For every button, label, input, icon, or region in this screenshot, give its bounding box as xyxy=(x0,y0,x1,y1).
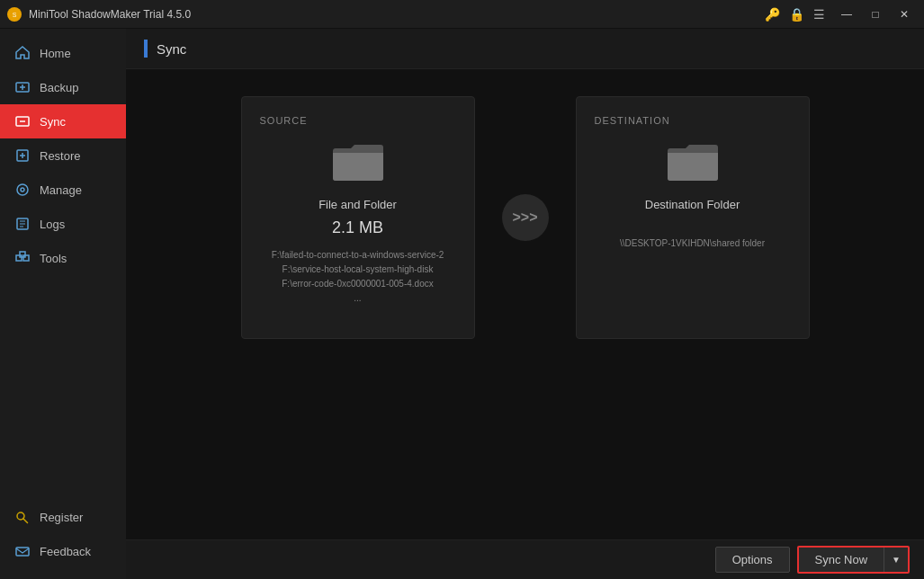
sidebar-item-feedback[interactable]: Feedback xyxy=(0,534,126,568)
source-file-1: F:\failed-to-connect-to-a-windows-servic… xyxy=(272,250,444,260)
sidebar: Home Backup Sync xyxy=(0,29,126,579)
bottom-bar: Options Sync Now ▼ xyxy=(126,539,924,579)
sync-icon xyxy=(14,113,31,129)
sidebar-label-feedback: Feedback xyxy=(40,545,91,558)
sidebar-item-logs[interactable]: Logs xyxy=(0,207,126,241)
source-folder-icon xyxy=(331,140,385,185)
restore-icon xyxy=(14,147,31,164)
home-icon xyxy=(14,45,31,61)
arrow-icon: >>> xyxy=(512,209,537,226)
sidebar-item-manage[interactable]: Manage xyxy=(0,173,126,207)
sidebar-label-backup: Backup xyxy=(40,81,78,94)
destination-folder-icon xyxy=(666,140,720,185)
maximize-button[interactable]: □ xyxy=(863,4,888,24)
options-button[interactable]: Options xyxy=(715,547,790,573)
sidebar-label-logs: Logs xyxy=(40,218,65,231)
minimize-button[interactable]: — xyxy=(834,4,859,24)
source-label: File and Folder xyxy=(318,198,397,211)
destination-panel[interactable]: DESTINATION Destination Folder \\DESKTOP… xyxy=(576,96,810,339)
source-file-ellipsis: ... xyxy=(354,293,361,303)
close-button[interactable]: ✕ xyxy=(892,4,917,24)
svg-text:S: S xyxy=(13,12,17,18)
sidebar-label-home: Home xyxy=(40,47,71,60)
title-bar: S MiniTool ShadowMaker Trial 4.5.0 🔑 🔒 ☰… xyxy=(0,0,924,29)
menu-icon: ☰ xyxy=(813,7,825,22)
sidebar-item-sync[interactable]: Sync xyxy=(0,104,126,138)
page-title: Sync xyxy=(157,41,186,57)
destination-path: \\DESKTOP-1VKIHDN\shared folder xyxy=(620,236,765,251)
app-title: MiniTool ShadowMaker Trial 4.5.0 xyxy=(29,8,191,21)
source-files: F:\failed-to-connect-to-a-windows-servic… xyxy=(272,248,444,306)
sidebar-item-register[interactable]: Register xyxy=(0,500,126,534)
logs-icon xyxy=(14,216,31,232)
content-area: Sync SOURCE File and Folder 2.1 MB xyxy=(126,29,924,579)
app-icon: S xyxy=(7,7,22,22)
feedback-email-icon xyxy=(14,543,31,559)
svg-rect-9 xyxy=(23,255,29,261)
sidebar-label-tools: Tools xyxy=(40,252,67,265)
svg-rect-10 xyxy=(20,252,25,257)
tools-icon xyxy=(14,250,31,266)
sync-now-dropdown-button[interactable]: ▼ xyxy=(884,548,908,572)
backup-icon xyxy=(14,79,31,95)
sidebar-label-restore: Restore xyxy=(40,149,81,163)
source-file-3: F:\error-code-0xc0000001-005-4.docx xyxy=(282,279,433,289)
svg-point-5 xyxy=(17,184,28,195)
sync-now-wrapper: Sync Now ▼ xyxy=(797,546,910,574)
sidebar-item-tools[interactable]: Tools xyxy=(0,241,126,275)
sync-arrow-button[interactable]: >>> xyxy=(502,194,549,241)
sidebar-label-register: Register xyxy=(40,511,83,524)
source-file-2: F:\service-host-local-system-high-disk xyxy=(283,264,434,274)
title-bar-controls[interactable]: — □ ✕ xyxy=(834,4,917,24)
sidebar-label-manage: Manage xyxy=(40,183,82,197)
sync-now-button[interactable]: Sync Now xyxy=(799,548,884,572)
sync-content: SOURCE File and Folder 2.1 MB F:\failed-… xyxy=(126,69,924,539)
header-accent-bar xyxy=(144,40,148,58)
svg-rect-8 xyxy=(16,255,22,261)
lock-icon: 🔒 xyxy=(789,7,804,22)
destination-label: Destination Folder xyxy=(645,198,740,211)
sidebar-item-restore[interactable]: Restore xyxy=(0,138,126,173)
svg-point-6 xyxy=(21,188,24,192)
source-size: 2.1 MB xyxy=(332,218,383,237)
sidebar-item-backup[interactable]: Backup xyxy=(0,70,126,104)
register-key-icon xyxy=(14,509,31,525)
svg-rect-11 xyxy=(16,548,29,556)
manage-icon xyxy=(14,182,31,198)
sidebar-item-home[interactable]: Home xyxy=(0,36,126,70)
source-header: SOURCE xyxy=(260,115,308,126)
title-bar-left: S MiniTool ShadowMaker Trial 4.5.0 xyxy=(7,7,191,22)
title-bar-icons: 🔑 🔒 ☰ xyxy=(765,7,825,22)
sidebar-bottom: Register Feedback xyxy=(0,500,126,579)
destination-header: DESTINATION xyxy=(595,115,670,126)
source-panel[interactable]: SOURCE File and Folder 2.1 MB F:\failed-… xyxy=(241,96,475,339)
page-header: Sync xyxy=(126,29,924,69)
sidebar-label-sync: Sync xyxy=(40,115,66,129)
sync-panels: SOURCE File and Folder 2.1 MB F:\failed-… xyxy=(162,96,888,339)
key-icon: 🔑 xyxy=(765,7,780,22)
main-container: Home Backup Sync xyxy=(0,29,924,579)
